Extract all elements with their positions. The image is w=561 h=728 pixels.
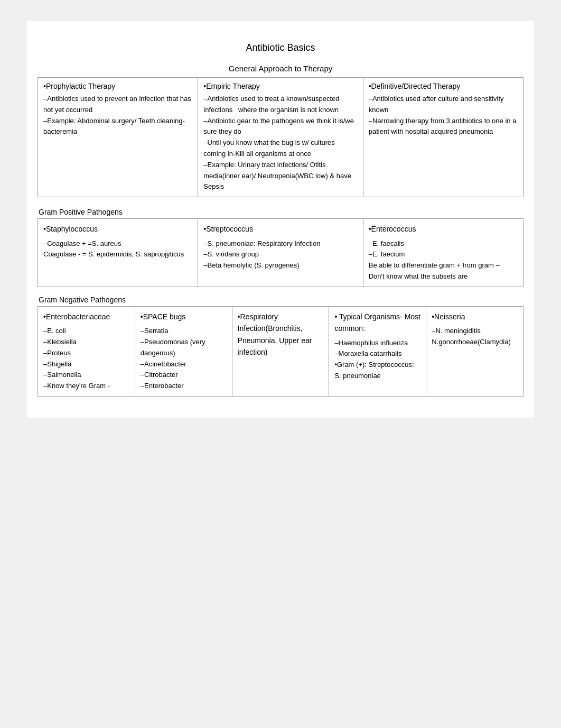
respiratory-header: •Respiratory Infection(Bronchitis, Pneum… <box>238 311 324 358</box>
main-title: Antibiotic Basics <box>38 42 523 53</box>
neisseria-header: •Neisseria <box>432 311 518 322</box>
gram-negative-table: •Enterobacteriaceae –E. coli –Klebsiella… <box>38 306 523 397</box>
therapy-table: •Prophylactic Therapy –Antibiotics used … <box>38 77 523 197</box>
gram-negative-label: Gram Negative Pathogens <box>38 296 523 304</box>
strep-header: •Streptococcus <box>203 223 357 235</box>
enterobact-header: •Enterobacteriaceae <box>43 311 129 322</box>
prophylactic-cell: •Prophylactic Therapy –Antibiotics used … <box>38 78 198 197</box>
neisseria-cell: •Neisseria –N. meningiditis N.gonorrhoea… <box>426 306 523 396</box>
strep-cell: •Streptococcus –S. pneumoniae: Respirato… <box>198 219 363 287</box>
entero-pos-content: –E. faecalis –E. faecium Be able to diff… <box>369 238 518 282</box>
neisseria-content: –N. meningiditis N.gonorrhoeae(Clamydia) <box>432 326 518 348</box>
typical-organisms-header: • Typical Organisms- Most common: <box>334 311 420 335</box>
typical-organisms-content: –Haemophilus influenza –Moraxella catarr… <box>334 338 420 382</box>
definitive-header: •Definitive/Directed Therapy <box>369 82 518 90</box>
definitive-cell: •Definitive/Directed Therapy –Antibiotic… <box>363 78 523 197</box>
empiric-cell: •Empiric Therapy –Antibiotics used to tr… <box>198 78 363 197</box>
staph-cell: •Staphylococcus –Coagulase + =S. aureus … <box>38 219 198 287</box>
enterobact-cell: •Enterobacteriaceae –E. coli –Klebsiella… <box>38 306 135 396</box>
prophylactic-header: •Prophylactic Therapy <box>43 82 192 90</box>
definitive-content: –Antibiotics used after culture and sens… <box>369 94 518 137</box>
gram-positive-label: Gram Positive Pathogens <box>38 208 523 216</box>
staph-header: •Staphylococcus <box>43 223 192 235</box>
entero-pos-header: •Enterococcus <box>369 223 518 235</box>
staph-content: –Coagulase + =S. aureus Coagulase - = S.… <box>43 238 192 261</box>
space-bugs-cell: •SPACE bugs –Serratia –Pseudomonas (very… <box>135 306 232 396</box>
strep-content: –S. pneumoniae: Respiratory Infection –S… <box>203 238 357 271</box>
gram-positive-table: •Staphylococcus –Coagulase + =S. aureus … <box>38 218 523 287</box>
general-approach-title: General Approach to Therapy <box>38 64 523 73</box>
typical-organisms-cell: • Typical Organisms- Most common: –Haemo… <box>329 306 426 396</box>
prophylactic-content: –Antibiotics used to prevent an infectio… <box>43 94 192 137</box>
empiric-header: •Empiric Therapy <box>203 82 357 90</box>
space-bugs-content: –Serratia –Pseudomonas (very dangerous) … <box>141 326 227 392</box>
page: Antibiotic Basics General Approach to Th… <box>27 21 534 418</box>
space-bugs-header: •SPACE bugs <box>141 311 227 322</box>
entero-pos-cell: •Enterococcus –E. faecalis –E. faecium B… <box>363 219 523 287</box>
enterobact-content: –E. coli –Klebsiella –Proteus –Shigella … <box>43 326 129 392</box>
respiratory-cell: •Respiratory Infection(Bronchitis, Pneum… <box>232 306 329 396</box>
empiric-content: –Antibiotics used to treat a known/suspe… <box>203 94 357 192</box>
